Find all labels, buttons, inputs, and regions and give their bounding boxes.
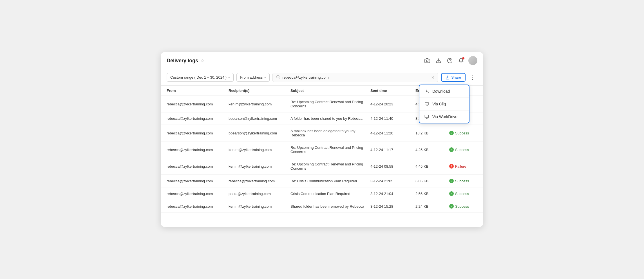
cell-subject: Shared folder has been removed by Rebecc… [290,204,370,209]
status-badge: ✓ Success [449,204,477,209]
address-filter-label: From address [240,75,263,79]
search-clear-button[interactable]: ✕ [431,75,435,80]
table-row[interactable]: rebecca@zylkertraining.com rebecca@zylke… [161,175,483,187]
cell-from: rebecca@zylkertraining.com [167,192,229,196]
table-row[interactable]: rebecca@zylkertraining.com ken.m@zylkert… [161,200,483,213]
cell-sent-time: 4-12-24 11:17 [370,148,415,152]
cell-sent-time: 4-12-24 20:23 [370,102,415,106]
share-button[interactable]: Share [441,73,466,82]
header-left: Delivery logs ☆ [167,58,204,64]
status-badge: ✓ Success [449,131,477,135]
cell-status: ✓ Success [449,179,477,183]
share-dropdown-menu: Download Via Cliq Via Wo [419,85,469,123]
cell-recipient: ken.m@zylkertraining.com [229,102,290,106]
cell-sent-time: 3-12-24 15:28 [370,204,415,209]
dropdown-download-label: Download [432,89,450,94]
main-window: Delivery logs ☆ [161,52,483,227]
cell-sent-time: 4-12-24 11:40 [370,116,415,121]
cell-from: rebecca@zylkertraining.com [167,131,229,135]
cell-subject: Re: Upcoming Contract Renewal and Pricin… [290,100,370,108]
date-filter-button[interactable]: Custom range ( Dec 1 – 30, 2024 ) ▾ [167,73,234,82]
cell-subject: Re: Upcoming Contract Renewal and Pricin… [290,145,370,154]
cell-recipient: paula@zylkertraining.com [229,192,290,196]
table-row[interactable]: rebecca@zylkertraining.com ken.m@zylkert… [161,158,483,175]
workdrive-icon [424,114,430,119]
search-input[interactable] [282,75,429,79]
search-icon [276,75,280,80]
dropdown-item-download[interactable]: Download [419,85,469,98]
cell-from: rebecca@zylkertraining.com [167,164,229,169]
avatar[interactable] [468,56,477,65]
cell-email-size: 2.56 KB [415,192,449,196]
header: Delivery logs ☆ [161,52,483,69]
cell-from: rebecca@zylkertraining.com [167,204,229,209]
cell-status: ✓ Success [449,147,477,152]
dropdown-item-via-workdrive[interactable]: Via WorkDrive [419,110,469,123]
screenshot-button[interactable] [423,57,431,65]
cell-status: ✓ Success [449,191,477,196]
cell-recipient: bpearson@zylkertraining.com [229,116,290,121]
share-label: Share [451,75,461,79]
cell-sent-time: 4-12-24 08:58 [370,164,415,169]
cell-from: rebecca@zylkertraining.com [167,102,229,106]
col-recipients: Recipient(s) [229,88,290,93]
cell-subject: Re: Crisis Communication Plan Required [290,179,370,183]
cell-recipient: ken.m@zylkertraining.com [229,164,290,169]
dropdown-cliq-label: Via Cliq [432,102,446,106]
cell-email-size: 4.25 KB [415,148,449,152]
success-icon: ✓ [449,191,454,196]
status-badge: ✓ Success [449,147,477,152]
cliq-icon [424,101,430,107]
header-right [423,56,477,65]
cell-recipient: rebecca@zylkertraining.com [229,179,290,183]
col-from: From [167,88,229,93]
table-row[interactable]: rebecca@zylkertraining.com bpearson@zylk… [161,125,483,141]
cell-email-size: 6.05 KB [415,179,449,183]
svg-rect-9 [425,115,428,118]
table-row[interactable]: rebecca@zylkertraining.com ken.m@zylkert… [161,141,483,158]
star-icon[interactable]: ☆ [200,58,204,63]
date-filter-chevron-icon: ▾ [228,76,230,79]
cell-recipient: ken.m@zylkertraining.com [229,204,290,209]
help-button[interactable] [446,57,454,65]
download-button[interactable] [435,57,442,65]
cell-sent-time: 4-12-24 11:20 [370,131,415,135]
svg-rect-8 [425,102,428,105]
status-badge: ✓ Success [449,191,477,196]
col-sent-time: Sent time [370,88,415,93]
cell-from: rebecca@zylkertraining.com [167,179,229,183]
more-options-button[interactable]: ⋮ [468,73,477,82]
cell-status: ! Failure [449,164,477,169]
success-icon: ✓ [449,131,454,135]
svg-point-4 [277,76,279,78]
cell-status: ✓ Success [449,204,477,209]
cell-email-size: 18.2 KB [415,131,449,135]
date-filter-label: Custom range ( Dec 1 – 30, 2024 ) [170,75,227,79]
toolbar-right: Share ⋮ [441,73,477,82]
table-row[interactable]: rebecca@zylkertraining.com paula@zylkert… [161,187,483,200]
cell-status: ✓ Success [449,131,477,135]
cell-subject: A folder has been shared to you by Rebec… [290,116,370,121]
cell-from: rebecca@zylkertraining.com [167,148,229,152]
dropdown-workdrive-label: Via WorkDrive [432,114,457,119]
cell-sent-time: 3-12-24 21:04 [370,192,415,196]
cell-subject: Crisis Communication Plan Required [290,192,370,196]
cell-subject: A mailbox has been delegated to you by R… [290,129,370,137]
notification-dot [462,57,464,59]
search-box: ✕ [272,73,438,82]
status-badge: ! Failure [449,164,477,169]
svg-line-5 [279,78,280,79]
svg-point-2 [448,58,452,63]
cell-from: rebecca@zylkertraining.com [167,116,229,121]
cell-sent-time: 3-12-24 21:05 [370,179,415,183]
address-filter-button[interactable]: From address ▾ [236,73,270,82]
dropdown-item-via-cliq[interactable]: Via Cliq [419,98,469,110]
cell-email-size: 2.24 KB [415,204,449,209]
success-icon: ✓ [449,179,454,183]
notifications-button[interactable] [457,57,465,65]
svg-point-0 [426,60,428,62]
col-subject: Subject [290,88,370,93]
page-title: Delivery logs [167,58,198,64]
success-icon: ✓ [449,204,454,209]
cell-subject: Re: Upcoming Contract Renewal and Pricin… [290,162,370,170]
